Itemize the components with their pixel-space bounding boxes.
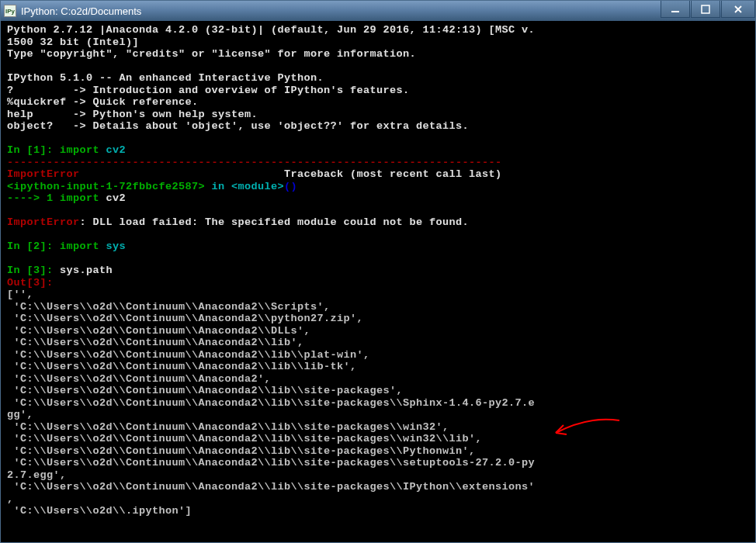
banner-line: IPython 5.1.0 -- An enhanced Interactive… — [7, 72, 324, 84]
traceback-scope: <module> — [231, 181, 284, 192]
banner-line: Type "copyright", "credits" or "license"… — [7, 48, 416, 60]
in-prompt: In [3]: — [7, 265, 60, 276]
banner-line: help -> Python's own help system. — [7, 109, 258, 120]
svg-rect-0 — [671, 11, 679, 12]
traceback-parens: () — [284, 181, 297, 192]
syspath-output: ['', 'C:\\Users\\o2d\\Continuum\\Anacond… — [7, 289, 535, 517]
maximize-button[interactable] — [691, 1, 720, 18]
module-name: cv2 — [106, 144, 127, 156]
console-window: IPy IPython: C:o2d/Documents Python 2.7.… — [0, 0, 756, 543]
keyword: import — [60, 144, 106, 156]
close-icon — [733, 5, 743, 14]
traceback-source: <ipython-input-1-72fbbcfe2587> — [7, 181, 205, 192]
module-name: cv2 — [106, 192, 127, 204]
code: sys.path — [60, 265, 113, 276]
traceback-in: in — [205, 181, 231, 192]
out-prompt: Out[3]: — [7, 277, 60, 289]
traceback-dashes: ----------------------------------------… — [7, 157, 502, 168]
terminal-output[interactable]: Python 2.7.12 |Anaconda 4.2.0 (32-bit)| … — [1, 21, 755, 542]
traceback-arrow: ----> 1 — [7, 192, 54, 204]
banner-line: %quickref -> Quick reference. — [7, 96, 199, 108]
in-prompt: In [2]: — [7, 240, 60, 252]
keyword: import — [60, 240, 106, 252]
svg-rect-1 — [702, 5, 709, 13]
banner-line: ? -> Introduction and overview of IPytho… — [7, 85, 410, 96]
maximize-icon — [701, 5, 710, 14]
traceback-label: Traceback (most recent call last) — [80, 168, 502, 180]
banner-line: 1500 32 bit (Intel)] — [7, 36, 139, 48]
window-controls — [660, 1, 755, 21]
error-name: ImportError — [7, 216, 80, 228]
module-name: sys — [106, 240, 127, 252]
app-icon: IPy — [4, 5, 16, 17]
error-message: : DLL load failed: The specified module … — [80, 216, 470, 228]
titlebar[interactable]: IPy IPython: C:o2d/Documents — [1, 1, 755, 21]
window-title: IPython: C:o2d/Documents — [21, 5, 660, 17]
keyword: import — [54, 192, 106, 204]
minimize-button[interactable] — [661, 1, 690, 18]
banner-line: Python 2.7.12 |Anaconda 4.2.0 (32-bit)| … — [7, 24, 535, 36]
minimize-icon — [671, 5, 680, 14]
banner-line: object? -> Details about 'object', use '… — [7, 120, 469, 132]
close-button[interactable] — [721, 1, 755, 18]
in-prompt: In [1]: — [7, 144, 60, 156]
error-name: ImportError — [7, 168, 80, 180]
